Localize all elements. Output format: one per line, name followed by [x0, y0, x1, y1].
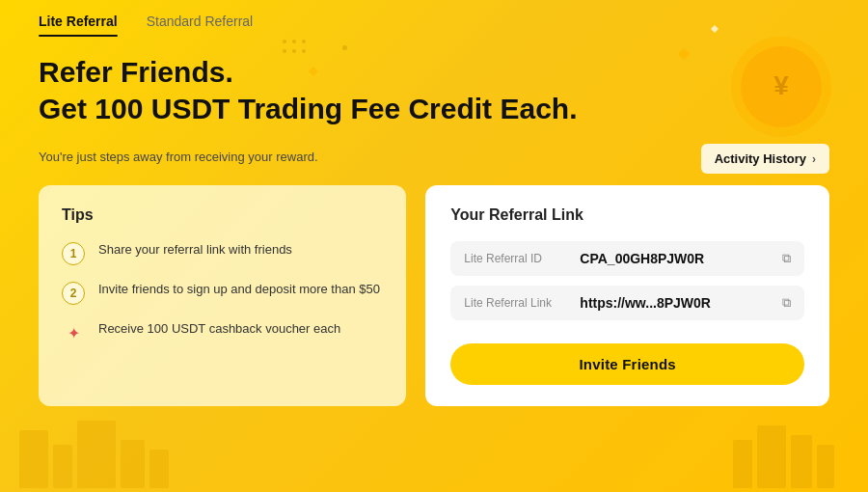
svg-point-3	[283, 40, 286, 43]
hero-title: Refer Friends. Get 100 USDT Trading Fee …	[39, 54, 598, 126]
referral-link-value: https://ww...8PJW0R	[580, 295, 773, 311]
tips-card: Tips 1 Share your referral link with fri…	[39, 185, 406, 406]
svg-point-5	[302, 40, 306, 43]
referral-id-value: CPA_00GH8PJW0R	[580, 251, 773, 266]
referral-id-label: Lite Referral ID	[464, 252, 570, 265]
tip-item-1: 1 Share your referral link with friends	[62, 241, 383, 265]
invite-friends-button[interactable]: Invite Friends	[450, 343, 804, 385]
svg-rect-19	[757, 425, 786, 488]
copy-referral-link-icon[interactable]: ⧉	[782, 295, 791, 311]
tip-number-1: 1	[62, 242, 85, 265]
hero-section: Refer Friends. Get 100 USDT Trading Fee …	[39, 54, 829, 164]
tabs-container: Lite Referral Standard Referral	[39, 0, 829, 37]
svg-point-7	[292, 49, 296, 53]
hero-subtitle-row: You're just steps away from receiving yo…	[39, 138, 829, 164]
tab-lite-referral[interactable]: Lite Referral	[39, 14, 118, 37]
gift-icon: ✦	[62, 321, 85, 344]
tab-standard-referral[interactable]: Standard Referral	[147, 14, 254, 37]
svg-rect-21	[817, 445, 834, 488]
tip-text-3: Receive 100 USDT cashback voucher each	[98, 320, 340, 338]
referral-link-label: Lite Referral Link	[464, 296, 570, 310]
svg-point-6	[283, 49, 286, 53]
referral-card: Your Referral Link Lite Referral ID CPA_…	[425, 185, 829, 406]
referral-link-field: Lite Referral Link https://ww...8PJW0R ⧉	[450, 286, 804, 320]
svg-point-12	[342, 45, 347, 50]
hero-title-line1: Refer Friends.	[39, 56, 233, 88]
building-decoration-left	[0, 392, 193, 492]
activity-history-button[interactable]: Activity History ›	[701, 144, 829, 174]
tip-text-2: Invite friends to sign up and deposit mo…	[98, 281, 380, 298]
referral-card-title: Your Referral Link	[450, 206, 804, 224]
hero-title-line2: Get 100 USDT Trading Fee Credit Each.	[39, 93, 578, 124]
tip-item-2: 2 Invite friends to sign up and deposit …	[62, 281, 383, 305]
chevron-right-icon: ›	[812, 152, 816, 166]
svg-rect-20	[791, 435, 812, 488]
svg-rect-13	[19, 430, 48, 488]
svg-point-4	[292, 40, 296, 43]
tip-item-3: ✦ Receive 100 USDT cashback voucher each	[62, 320, 383, 344]
activity-history-label: Activity History	[715, 151, 806, 166]
tips-title: Tips	[62, 206, 383, 224]
svg-rect-16	[121, 440, 145, 488]
svg-rect-17	[149, 450, 169, 488]
svg-rect-14	[53, 445, 72, 488]
referral-id-field: Lite Referral ID CPA_00GH8PJW0R ⧉	[450, 241, 804, 276]
cards-container: Tips 1 Share your referral link with fri…	[39, 185, 829, 406]
building-decoration-right	[723, 392, 868, 492]
dot-small	[342, 37, 347, 54]
svg-rect-18	[733, 440, 752, 488]
tip-number-2: 2	[62, 282, 85, 305]
page-wrapper: ¥	[0, 0, 868, 492]
svg-rect-15	[77, 421, 116, 488]
copy-referral-id-icon[interactable]: ⧉	[782, 251, 791, 266]
tip-text-1: Share your referral link with friends	[98, 241, 292, 259]
hero-subtitle: You're just steps away from receiving yo…	[39, 150, 318, 164]
svg-point-8	[302, 49, 306, 53]
